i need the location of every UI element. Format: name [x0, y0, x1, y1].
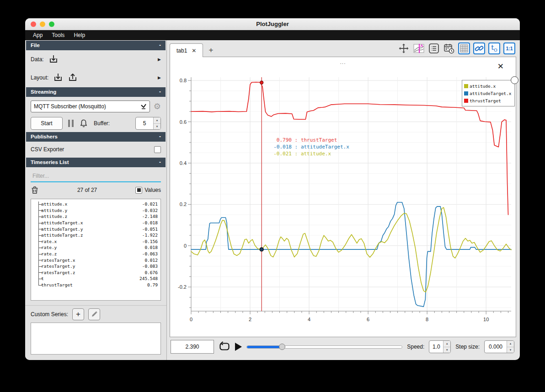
layout-expander-icon[interactable]: ▶ [158, 75, 161, 80]
tracker-tooltip: 0.790 : thrustTarget-0.018 : attitudeTar… [272, 137, 349, 157]
plot-legend[interactable]: attitude.xattitudeTarget.xthrustTarget [462, 80, 515, 106]
menu-item-tools[interactable]: Tools [48, 31, 69, 39]
timeseries-row[interactable]: t245.548 [31, 275, 158, 282]
collapse-icon[interactable]: - [159, 89, 161, 95]
close-window-button[interactable] [31, 21, 36, 27]
edit-custom-series-button[interactable] [88, 308, 100, 320]
timeseries-row[interactable]: attitude.z-2.148 [31, 213, 158, 220]
legend-item[interactable]: attitudeTarget.x [464, 90, 512, 97]
bell-icon[interactable] [79, 119, 88, 128]
plot-area[interactable]: -0.200.20.40.60.80246810 [174, 77, 515, 329]
collapse-icon[interactable]: - [159, 159, 161, 165]
title-bar: PlotJuggler [25, 18, 520, 30]
timeseries-value: -0.083 [142, 264, 158, 269]
timeseries-row[interactable]: rate.y0.018 [31, 244, 158, 251]
legend-swatch-icon [464, 99, 468, 103]
timeseries-row[interactable]: attitudeTarget.x-0.018 [31, 220, 158, 226]
legend-item[interactable]: attitude.x [464, 82, 512, 90]
timeseries-value: -0.051 [142, 227, 158, 232]
timeseries-row[interactable]: ratesTarget.x0.012 [31, 257, 158, 263]
timeseries-row[interactable]: ratesTarget.z0.676 [31, 270, 158, 276]
plot-close-icon[interactable]: ✕ [497, 62, 504, 71]
time-offset-icon[interactable]: tO [488, 42, 500, 54]
speed-spinbox[interactable]: 1.0 ▲▼ [429, 340, 451, 353]
timeseries-row[interactable]: attitudeTarget.y-0.051 [31, 226, 158, 232]
play-button[interactable] [235, 343, 242, 351]
move-tool-icon[interactable] [398, 42, 410, 54]
start-button[interactable]: Start [31, 117, 63, 130]
svg-text:A: A [420, 43, 423, 48]
time-slider[interactable] [246, 343, 402, 350]
load-layout-icon[interactable] [53, 73, 63, 83]
collapse-icon[interactable]: - [159, 42, 161, 48]
grid-layout-icon[interactable] [458, 42, 470, 54]
streaming-source-select[interactable]: MQTT Subscriber (Mosquitto) [31, 101, 150, 112]
pane-splitter-dots[interactable]: ... [340, 59, 346, 65]
section-header-streaming[interactable]: Streaming - [26, 87, 166, 97]
legend-item[interactable]: thrustTarget [464, 97, 512, 104]
timeseries-list[interactable]: attitude.x-0.021attitude.y-0.032attitude… [31, 199, 161, 301]
slider-handle[interactable] [279, 344, 285, 350]
tracker-tooltip-line: 0.790 : thrustTarget [272, 137, 349, 143]
timeseries-row[interactable]: attitude.y-0.032 [31, 207, 158, 214]
section-header-publishers[interactable]: Publishers - [26, 132, 166, 142]
tab-close-icon[interactable]: ✕ [192, 48, 196, 54]
values-checkbox[interactable] [135, 187, 142, 194]
calendar-clock-icon[interactable] [443, 42, 455, 54]
spin-up-icon[interactable]: ▲ [507, 341, 514, 347]
timeseries-name: attitudeTarget.z [41, 233, 83, 238]
plot-svg: -0.200.20.40.60.80246810 [174, 77, 515, 328]
spin-down-icon[interactable]: ▼ [507, 347, 514, 353]
section-header-timeseries[interactable]: Timeseries List - [26, 158, 166, 167]
legend-label: thrustTarget [470, 98, 501, 103]
csv-exporter-label: CSV Exporter [31, 146, 64, 153]
sidebar: File - Data: ▶ Layout: ▶ [25, 40, 167, 360]
timeseries-count: 27 of 27 [77, 187, 97, 193]
spin-down-icon[interactable]: ▼ [443, 347, 450, 353]
filter-input[interactable] [31, 171, 161, 182]
tab-tab1[interactable]: tab1 ✕ [170, 43, 203, 57]
link-axes-icon[interactable] [473, 42, 485, 54]
svg-text:6: 6 [367, 317, 369, 322]
loop-icon[interactable] [219, 341, 230, 352]
gear-icon[interactable]: ⚙ [154, 102, 161, 111]
trash-icon[interactable] [31, 186, 39, 194]
collapse-icon[interactable]: - [159, 133, 161, 140]
pause-icon[interactable] [68, 120, 74, 127]
svg-text:0.8: 0.8 [180, 78, 187, 83]
timeseries-row[interactable]: rate.x-0.156 [31, 238, 158, 245]
current-time-field[interactable]: 2.390 [171, 340, 214, 354]
timeseries-name: rate.z [41, 251, 57, 256]
timeseries-row[interactable]: attitudeTarget.z-1.922 [31, 232, 158, 238]
step-size-spinbox[interactable]: 0.000 ▲▼ [484, 340, 514, 353]
timeseries-row[interactable]: thrustTarget0.79 [31, 282, 158, 288]
legend-drag-handle[interactable] [511, 76, 518, 84]
section-header-file[interactable]: File - [26, 41, 166, 50]
curve-editor-icon[interactable]: A [413, 42, 425, 54]
csv-exporter-checkbox[interactable] [154, 146, 161, 153]
timeseries-value: -0.032 [142, 208, 158, 213]
spin-down-icon[interactable]: ▼ [154, 124, 160, 130]
timeseries-row[interactable]: attitude.x-0.021 [31, 201, 158, 207]
add-tab-button[interactable]: + [203, 46, 219, 57]
menu-item-help[interactable]: Help [69, 31, 89, 39]
add-custom-series-button[interactable]: + [72, 308, 84, 320]
timeseries-value: 0.79 [147, 282, 158, 287]
window-title: PlotJuggler [256, 21, 289, 27]
buffer-spinbox[interactable]: 5 ▲▼ [135, 117, 161, 130]
save-layout-icon[interactable] [68, 73, 78, 83]
custom-series-list[interactable] [31, 323, 161, 355]
spin-up-icon[interactable]: ▲ [154, 117, 160, 124]
load-data-icon[interactable] [48, 54, 59, 64]
speed-label: Speed: [407, 344, 424, 350]
timeseries-row[interactable]: rate.z-0.063 [31, 251, 158, 257]
list-view-icon[interactable] [428, 42, 440, 54]
menu-item-app[interactable]: App [29, 31, 47, 39]
ratio-1-1-icon[interactable]: 1:1 [503, 42, 515, 54]
data-expander-icon[interactable]: ▶ [158, 57, 161, 62]
minimize-window-button[interactable] [40, 21, 45, 27]
svg-text:0.4: 0.4 [180, 160, 187, 166]
zoom-window-button[interactable] [49, 21, 54, 27]
spin-up-icon[interactable]: ▲ [443, 341, 450, 347]
timeseries-row[interactable]: ratesTarget.y-0.083 [31, 263, 158, 270]
